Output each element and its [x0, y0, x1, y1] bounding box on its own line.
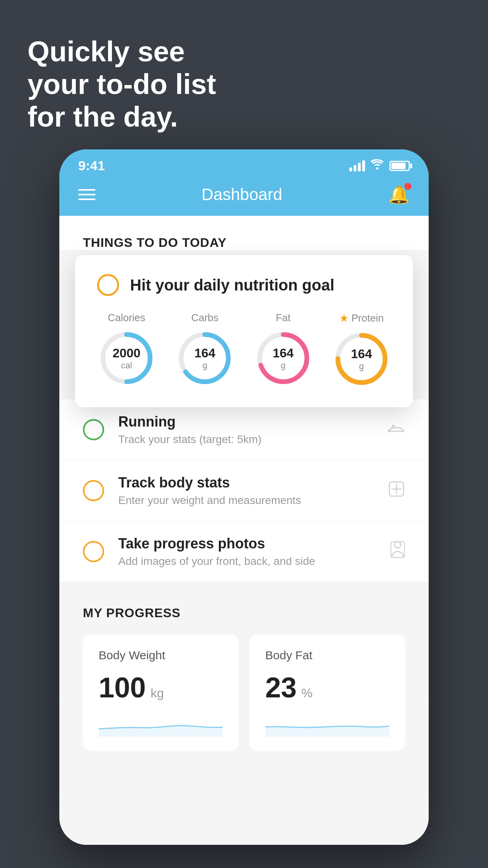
bodystats-subtitle: Enter your weight and measurements: [118, 494, 374, 507]
header-title: Dashboard: [202, 185, 282, 204]
body-fat-unit: %: [301, 686, 312, 701]
body-fat-chart: [265, 713, 389, 737]
photos-subtitle: Add images of your front, back, and side: [118, 555, 376, 568]
body-weight-label: Body Weight: [99, 649, 223, 662]
progress-cards: Body Weight 100 kg Body Fat: [83, 634, 405, 751]
progress-section: MY PROGRESS Body Weight 100 kg: [59, 582, 429, 771]
running-title: Running: [118, 414, 374, 430]
progress-title: MY PROGRESS: [83, 606, 405, 620]
nutrition-protein: ★ Protein 164 g: [332, 312, 391, 388]
things-title: THINGS TO DO TODAY: [83, 235, 405, 250]
svg-point-11: [394, 542, 401, 548]
carbs-chart: 164 g: [175, 329, 234, 388]
svg-rect-12: [391, 542, 404, 557]
nutrition-title: Hit your daily nutrition goal: [130, 276, 334, 294]
app-header: Dashboard 🔔: [59, 177, 429, 216]
bodystats-title: Track body stats: [118, 474, 374, 491]
nutrition-card-header: Hit your daily nutrition goal: [97, 274, 391, 296]
notification-dot: [404, 183, 411, 190]
signal-icon: [349, 160, 365, 171]
todo-body-stats[interactable]: Track body stats Enter your weight and m…: [59, 460, 429, 521]
status-icons: [349, 159, 410, 172]
battery-icon: [389, 161, 410, 171]
body-fat-card[interactable]: Body Fat 23 %: [250, 634, 405, 751]
body-weight-unit: kg: [150, 686, 164, 701]
todo-progress-photos[interactable]: Take progress photos Add images of your …: [59, 521, 429, 582]
phone-frame: 9:41 Dashboard 🔔: [59, 149, 429, 845]
body-weight-chart: [99, 713, 223, 737]
body-fat-label: Body Fat: [265, 649, 389, 662]
menu-icon[interactable]: [78, 189, 95, 200]
running-subtitle: Track your stats (target: 5km): [118, 433, 374, 446]
shoe-icon: [388, 420, 405, 439]
todo-check-circle[interactable]: [97, 274, 119, 296]
things-section: THINGS TO DO TODAY: [59, 216, 429, 250]
scale-icon: [388, 480, 405, 501]
phone-content: THINGS TO DO TODAY Hit your daily nutrit…: [59, 216, 429, 845]
nutrition-card[interactable]: Hit your daily nutrition goal Calories 2…: [75, 255, 413, 407]
body-fat-value: 23: [265, 671, 297, 704]
nutrition-calories: Calories 2000 cal: [97, 312, 156, 388]
nutrition-fat: Fat 164 g: [254, 312, 313, 388]
person-icon: [390, 541, 405, 562]
todo-list: Running Track your stats (target: 5km) T…: [59, 399, 429, 582]
wifi-icon: [371, 159, 384, 172]
body-weight-value: 100: [99, 671, 146, 704]
notification-bell[interactable]: 🔔: [388, 184, 410, 205]
protein-star-icon: ★: [339, 312, 349, 325]
calories-chart: 2000 cal: [97, 329, 156, 388]
photos-check[interactable]: [83, 541, 104, 562]
headline: Quickly see your to-do list for the day.: [28, 35, 216, 133]
nutrition-carbs: Carbs 164 g: [175, 312, 234, 388]
protein-chart: 164 g: [332, 329, 391, 388]
fat-chart: 164 g: [254, 329, 313, 388]
nutrition-circles: Calories 2000 cal Carbs: [97, 312, 391, 388]
todo-running[interactable]: Running Track your stats (target: 5km): [59, 399, 429, 460]
status-time: 9:41: [78, 158, 105, 173]
body-weight-card[interactable]: Body Weight 100 kg: [83, 634, 238, 751]
bodystats-check[interactable]: [83, 480, 104, 501]
running-check[interactable]: [83, 419, 104, 440]
photos-title: Take progress photos: [118, 535, 376, 552]
status-bar: 9:41: [59, 149, 429, 177]
